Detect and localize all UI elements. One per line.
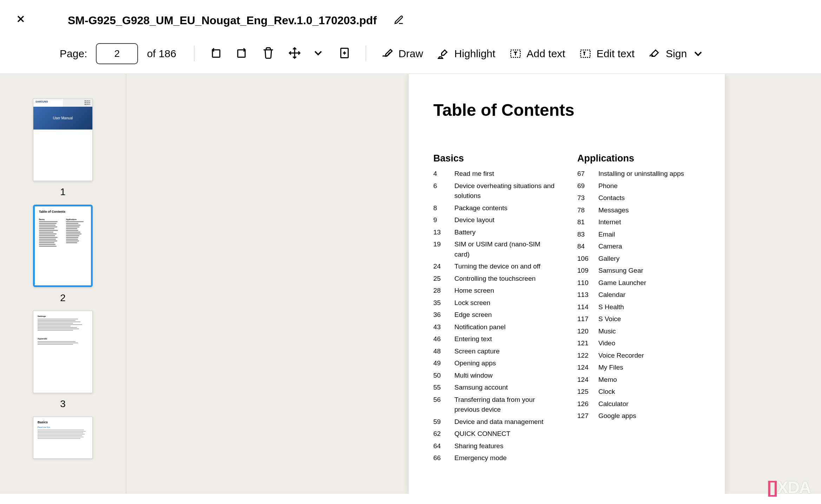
thumb-subtitle: User Manual [33, 107, 92, 130]
toc-row[interactable]: 8Package contents [433, 203, 556, 213]
toc-section-title: Basics [433, 153, 556, 164]
toc-row[interactable]: 127Google apps [577, 411, 700, 421]
page-view[interactable]: Table of Contents Basics 4Read me first6… [126, 74, 821, 494]
insert-page-button[interactable] [334, 42, 355, 65]
toc-row[interactable]: 66Emergency mode [433, 453, 556, 463]
toc-row[interactable]: 13Battery [433, 227, 556, 238]
insert-page-icon [338, 47, 351, 59]
thumb-brand: SAMSUNG [35, 100, 48, 105]
toc-row[interactable]: 19SIM or USIM card (nano-SIM card) [433, 239, 556, 259]
toc-row[interactable]: 49Opening apps [433, 358, 556, 369]
rotate-ccw-icon [209, 47, 222, 59]
move-dropdown[interactable] [308, 42, 329, 65]
thumbnail-3[interactable]: Settings Appendix 3 [33, 311, 93, 410]
thumbnail-sidebar[interactable]: SAMSUNG SM-G925SM-G928SM-G925 User Manua… [0, 74, 126, 494]
header: SM-G925_G928_UM_EU_Nougat_Eng_Rev.1.0_17… [0, 0, 821, 39]
highlight-button[interactable]: Highlight [433, 43, 500, 64]
chevron-down-icon [312, 47, 324, 59]
toc-row[interactable]: 121Video [577, 338, 700, 349]
close-button[interactable] [12, 11, 29, 30]
rotate-cw-button[interactable] [231, 42, 252, 65]
toc-row[interactable]: 122Voice Recorder [577, 351, 700, 361]
delete-button[interactable] [258, 42, 279, 65]
toc-row[interactable]: 43Notification panel [433, 322, 556, 332]
toc-row[interactable]: 35Lock screen [433, 298, 556, 308]
toc-row[interactable]: 48Screen capture [433, 346, 556, 357]
toc-row[interactable]: 50Multi window [433, 371, 556, 381]
toc-row[interactable]: 59Device and data management [433, 417, 556, 427]
rotate-ccw-button[interactable] [205, 42, 226, 65]
toc-row[interactable]: 125Clock [577, 387, 700, 397]
thumb-label: 1 [60, 186, 66, 198]
pdf-page: Table of Contents Basics 4Read me first6… [409, 74, 725, 494]
toc-row[interactable]: 67Installing or uninstalling apps [577, 169, 700, 179]
toc-row[interactable]: 36Edge screen [433, 310, 556, 320]
toc-row[interactable]: 4Read me first [433, 169, 556, 179]
toc-row[interactable]: 113Calendar [577, 290, 700, 300]
toc-row[interactable]: 73Contacts [577, 193, 700, 203]
sign-button[interactable]: Sign [644, 43, 709, 64]
toc-section-title: Applications [577, 153, 700, 164]
edit-text-button[interactable]: Edit text [575, 43, 639, 64]
thumb-label: 2 [60, 292, 66, 304]
toc-row[interactable]: 114S Health [577, 302, 700, 312]
toolbar: Page: of 186 Draw Highlight Add text Edi… [0, 39, 821, 74]
trash-icon [262, 47, 275, 59]
toc-row[interactable]: 109Samsung Gear [577, 266, 700, 276]
draw-button[interactable]: Draw [377, 43, 427, 64]
toc-row[interactable]: 83Email [577, 230, 700, 240]
toc-row[interactable]: 25Controlling the touchscreen [433, 274, 556, 284]
pencil-icon [394, 15, 404, 25]
add-text-button[interactable]: Add text [505, 43, 570, 64]
toc-row[interactable]: 84Camera [577, 241, 700, 252]
move-icon [288, 47, 301, 59]
toc-row[interactable]: 124My Files [577, 363, 700, 373]
toc-row[interactable]: 124Memo [577, 375, 700, 385]
page-title: Table of Contents [433, 100, 700, 120]
toc-row[interactable]: 126Calculator [577, 399, 700, 409]
toc-row[interactable]: 46Entering text [433, 334, 556, 344]
toc-row[interactable]: 78Messages [577, 205, 700, 215]
watermark: []XDA [767, 478, 810, 497]
move-button[interactable] [284, 42, 305, 65]
toc-applications: Applications 67Installing or uninstallin… [577, 153, 700, 465]
svg-rect-4 [580, 50, 590, 57]
highlight-icon [437, 47, 449, 60]
toc-row[interactable]: 64Sharing features [433, 441, 556, 451]
toc-row[interactable]: 81Internet [577, 217, 700, 227]
page-input[interactable] [96, 43, 138, 64]
toc-row[interactable]: 9Device layout [433, 215, 556, 225]
toc-row[interactable]: 106Gallery [577, 254, 700, 264]
close-icon [15, 13, 26, 25]
page-label: Page: [60, 48, 87, 60]
toc-row[interactable]: 28Home screen [433, 286, 556, 296]
toc-row[interactable]: 117S Voice [577, 314, 700, 324]
toc-row[interactable]: 69Phone [577, 181, 700, 191]
thumbnail-2[interactable]: Table of Contents Basics Applications 2 [33, 205, 93, 304]
toc-row[interactable]: 55Samsung account [433, 383, 556, 393]
edit-text-icon [579, 47, 592, 60]
toc-row[interactable]: 24Turning the device on and off [433, 261, 556, 272]
toc-row[interactable]: 62QUICK CONNECT [433, 429, 556, 439]
add-text-icon [509, 47, 522, 60]
main: SAMSUNG SM-G925SM-G928SM-G925 User Manua… [0, 74, 821, 494]
thumb-label: 3 [60, 398, 66, 410]
draw-icon [381, 47, 394, 60]
edit-filename-button[interactable] [391, 12, 407, 29]
toc-row[interactable]: 6Device overheating situations and solut… [433, 181, 556, 201]
filename: SM-G925_G928_UM_EU_Nougat_Eng_Rev.1.0_17… [68, 14, 377, 27]
thumbnail-4[interactable]: Basics Read me first [33, 417, 93, 459]
divider [366, 46, 366, 61]
toc-row[interactable]: 120Music [577, 326, 700, 337]
toc-row[interactable]: 56Transferring data from your previous d… [433, 395, 556, 415]
divider [194, 46, 195, 61]
sign-icon [648, 47, 661, 60]
page-total: of 186 [147, 48, 176, 60]
rotate-cw-icon [236, 47, 248, 59]
toc-basics: Basics 4Read me first6Device overheating… [433, 153, 556, 465]
thumbnail-1[interactable]: SAMSUNG SM-G925SM-G928SM-G925 User Manua… [33, 99, 93, 198]
toc-row[interactable]: 110Game Launcher [577, 278, 700, 288]
chevron-down-icon [692, 47, 704, 60]
